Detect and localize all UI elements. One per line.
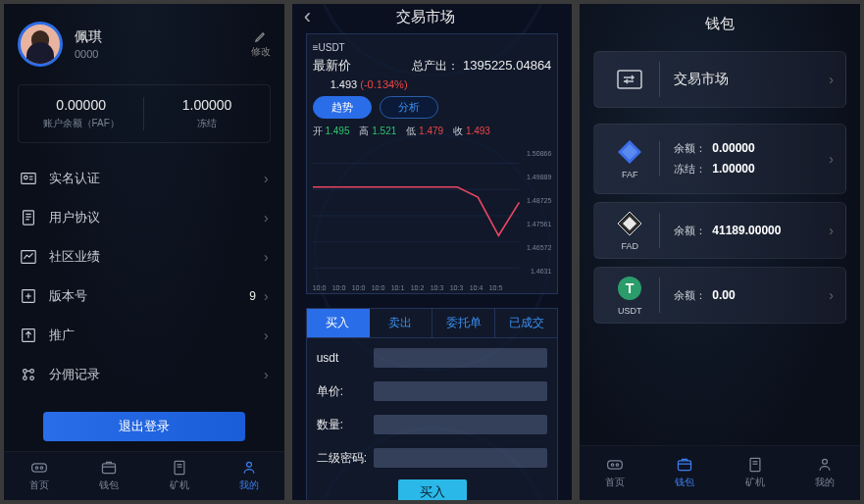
svg-rect-19 [31,464,46,472]
tab-icon [815,457,835,473]
asset-balance: 0.00 [712,288,735,302]
order-tab-0[interactable]: 买入 [307,309,370,337]
tab-3[interactable]: 我的 [214,452,283,500]
total-output-value: 1395225.04864 [463,58,551,73]
svg-point-20 [35,467,37,469]
profile-name: 佩琪 [75,28,251,46]
chart-icon [20,248,39,266]
asset-card-FAF[interactable]: FAF余额：0.00000冻结：1.00000› [593,124,846,194]
balance-card: 0.00000 账户余额（FAF） 1.00000 冻结 [18,84,271,143]
svg-rect-32 [618,71,641,88]
x-tick: 10:0 [352,284,366,291]
menu-item-5[interactable]: 分佣记录› [4,355,284,394]
submit-buy-button[interactable]: 买入 [398,479,467,500]
menu-item-4[interactable]: 推广› [4,316,284,355]
field-label: 单价: [317,383,374,400]
tab-1[interactable]: 钱包 [74,452,143,500]
tab-2[interactable]: 矿机 [144,452,214,500]
coin-icon [616,138,643,166]
chevron-right-icon: › [264,249,269,265]
order-panel: 买入卖出委托单已成交 usdt单价:数量:二级密码: 买入 [306,308,559,500]
svg-point-15 [24,377,27,380]
x-tick: 10:3 [431,284,444,291]
price-value: 1.493 [330,78,358,90]
tab-icon [99,460,119,476]
asset-symbol: FAF [622,170,638,179]
menu-item-2[interactable]: 社区业绩› [4,237,284,277]
chevron-right-icon: › [264,171,269,186]
market-link-card[interactable]: 交易市场 › [593,51,846,108]
logout-button[interactable]: 退出登录 [43,412,245,441]
market-screen: ‹ 交易市场 ≡USDT 最新价 总产出： 1395225.04864 1.49… [292,4,573,500]
tab-bar: 首页钱包矿机我的 [580,445,860,500]
menu-item-0[interactable]: 实名认证› [4,159,284,198]
price-change: (-0.134%) [360,78,407,90]
chart-tab-group: 趋势分析 [313,96,552,119]
page-title: 钱包 [580,4,860,43]
svg-point-41 [616,464,618,466]
svg-rect-43 [750,458,760,471]
field-input-1[interactable] [374,381,548,401]
svg-rect-4 [24,211,34,225]
menu-item-1[interactable]: 用户协议› [4,198,284,237]
chevron-right-icon: › [829,72,834,87]
chevron-right-icon: › [829,287,834,303]
chevron-right-icon: › [264,367,269,382]
profile-id: 0000 [75,48,251,60]
edit-profile-button[interactable]: 修改 [251,29,271,59]
svg-rect-0 [22,174,35,184]
tab-1[interactable]: 钱包 [650,446,720,500]
field-input-2[interactable] [374,415,548,434]
frozen-label: 冻结 [144,117,269,130]
x-tick: 10:5 [489,284,503,291]
order-tab-1[interactable]: 卖出 [370,309,432,337]
x-tick: 10:3 [450,284,464,291]
chevron-right-icon: › [829,223,834,238]
x-tick: 10:0 [332,284,346,291]
svg-point-26 [247,462,252,467]
share-icon [20,327,39,344]
chart-tab-0[interactable]: 趋势 [313,96,372,119]
tab-icon [239,460,259,476]
chart-tab-1[interactable]: 分析 [380,96,438,119]
version-icon [20,287,39,305]
menu-item-3[interactable]: 版本号9› [4,277,284,316]
x-tick: 10:4 [470,284,483,291]
avatar[interactable] [18,22,63,67]
tab-0[interactable]: 首页 [4,452,74,500]
latest-price-label: 最新价 [313,57,412,75]
svg-point-40 [611,464,613,466]
tab-2[interactable]: 矿机 [720,446,789,500]
order-tab-2[interactable]: 委托单 [432,309,495,337]
field-input-0[interactable] [374,348,548,368]
order-form: usdt单价:数量:二级密码: [307,344,558,472]
asset-card-USDT[interactable]: TUSDT余额：0.00› [593,267,846,324]
chart-card: ≡USDT 最新价 总产出： 1395225.04864 1.493 (-0.1… [306,33,559,294]
tab-0[interactable]: 首页 [580,446,649,500]
svg-rect-23 [175,462,184,475]
chevron-right-icon: › [264,328,269,343]
svg-point-16 [30,377,34,380]
asset-balance: 0.00000 [712,141,754,155]
x-tick: 10:0 [313,284,327,291]
svg-rect-22 [103,464,116,474]
asset-frozen: 1.00000 [712,162,754,176]
tab-icon [675,457,694,473]
tab-icon [170,460,189,476]
asset-card-FAD[interactable]: FAD余额：41189.00000› [593,202,846,259]
svg-point-21 [40,467,42,469]
tab-3[interactable]: 我的 [790,446,860,500]
svg-text:T: T [626,280,635,296]
order-tab-3[interactable]: 已成交 [495,309,557,337]
svg-point-1 [25,176,28,179]
field-input-3[interactable] [374,448,548,468]
x-tick: 10:2 [411,284,425,291]
wallet-screen: 钱包 交易市场 › FAF余额：0.00000冻结：1.00000›FAD余额：… [580,4,860,500]
x-tick: 10:0 [372,284,385,291]
y-tick: 1.47561 [527,221,551,227]
order-tab-group: 买入卖出委托单已成交 [307,309,558,338]
chevron-right-icon: › [264,210,269,226]
total-output-label: 总产出： [412,58,459,75]
x-tick: 10:1 [391,284,405,291]
ohlc-row: 开 1.495 高 1.521 低 1.479 收 1.493 [313,125,552,138]
